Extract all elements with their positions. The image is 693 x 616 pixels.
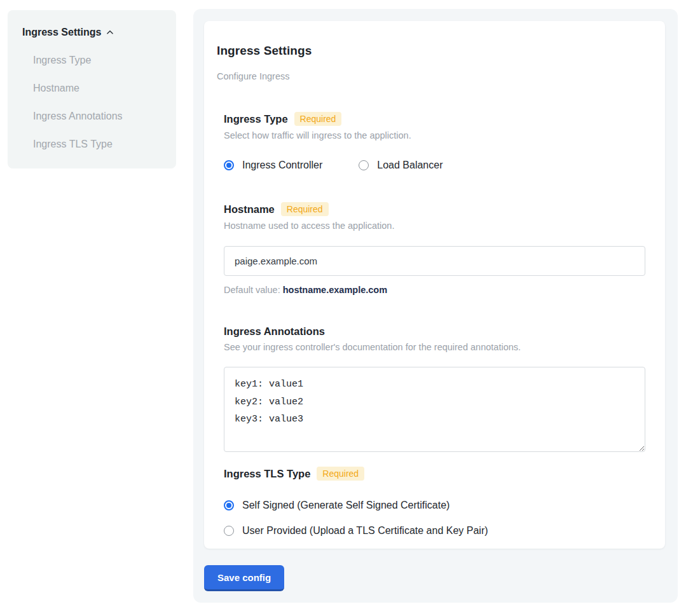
radio-label: Ingress Controller xyxy=(242,160,322,171)
page-subtitle: Configure Ingress xyxy=(217,71,647,81)
sidebar-section-ingress-settings[interactable]: Ingress Settings xyxy=(22,27,163,38)
default-value-text: hostname.example.com xyxy=(283,285,387,295)
radio-icon[interactable] xyxy=(359,160,369,170)
ingress-annotations-description: See your ingress controller's documentat… xyxy=(224,342,647,352)
radio-label: Self Signed (Generate Self Signed Certif… xyxy=(242,500,449,511)
required-badge: Required xyxy=(317,467,364,481)
section-ingress-tls-type: Ingress TLS Type Required Self Signed (G… xyxy=(224,467,647,537)
sidebar-item-hostname[interactable]: Hostname xyxy=(33,83,163,94)
radio-label: Load Balancer xyxy=(377,160,443,171)
sidebar-nav-list: Ingress Type Hostname Ingress Annotation… xyxy=(22,55,163,150)
hostname-description: Hostname used to access the application. xyxy=(224,221,647,231)
ingress-annotations-textarea[interactable]: key1: value1 key2: value2 key3: value3 xyxy=(224,367,645,452)
ingress-settings-card: Ingress Settings Configure Ingress Ingre… xyxy=(204,21,665,549)
ingress-annotations-label: Ingress Annotations xyxy=(224,325,325,338)
settings-sidebar: Ingress Settings Ingress Type Hostname I… xyxy=(8,10,176,168)
ingress-settings-form: Ingress Type Required Select how traffic… xyxy=(224,112,647,537)
radio-icon[interactable] xyxy=(224,526,234,536)
ingress-tls-type-label: Ingress TLS Type xyxy=(224,468,310,480)
hostname-default-line: Default value: hostname.example.com xyxy=(224,285,647,295)
hostname-label: Hostname xyxy=(224,203,275,216)
chevron-up-icon xyxy=(106,28,114,37)
sidebar-section-title: Ingress Settings xyxy=(22,27,101,38)
required-badge: Required xyxy=(294,112,342,126)
ingress-tls-type-radio-group: Self Signed (Generate Self Signed Certif… xyxy=(224,500,647,537)
section-ingress-annotations: Ingress Annotations See your ingress con… xyxy=(224,325,647,452)
save-config-button[interactable]: Save config xyxy=(204,565,284,591)
hostname-input[interactable] xyxy=(224,246,645,276)
default-value-label: Default value: xyxy=(224,285,280,295)
ingress-type-description: Select how traffic will ingress to the a… xyxy=(224,130,647,140)
sidebar-item-ingress-type[interactable]: Ingress Type xyxy=(33,55,163,66)
ingress-type-radio-group: Ingress Controller Load Balancer xyxy=(224,160,647,171)
radio-option-load-balancer[interactable]: Load Balancer xyxy=(359,160,443,171)
radio-label: User Provided (Upload a TLS Certificate … xyxy=(242,525,488,537)
sidebar-item-ingress-tls-type[interactable]: Ingress TLS Type xyxy=(33,139,163,150)
radio-option-user-provided[interactable]: User Provided (Upload a TLS Certificate … xyxy=(224,525,647,537)
ingress-settings-panel: Ingress Settings Configure Ingress Ingre… xyxy=(193,9,678,603)
section-hostname: Hostname Required Hostname used to acces… xyxy=(224,202,647,295)
radio-icon[interactable] xyxy=(224,500,234,510)
radio-option-ingress-controller[interactable]: Ingress Controller xyxy=(224,160,322,171)
page-title: Ingress Settings xyxy=(217,44,647,58)
section-ingress-type: Ingress Type Required Select how traffic… xyxy=(224,112,647,171)
radio-icon[interactable] xyxy=(224,160,234,170)
radio-option-self-signed[interactable]: Self Signed (Generate Self Signed Certif… xyxy=(224,500,647,511)
sidebar-item-ingress-annotations[interactable]: Ingress Annotations xyxy=(33,111,163,122)
ingress-type-label: Ingress Type xyxy=(224,113,288,125)
required-badge: Required xyxy=(281,202,329,216)
